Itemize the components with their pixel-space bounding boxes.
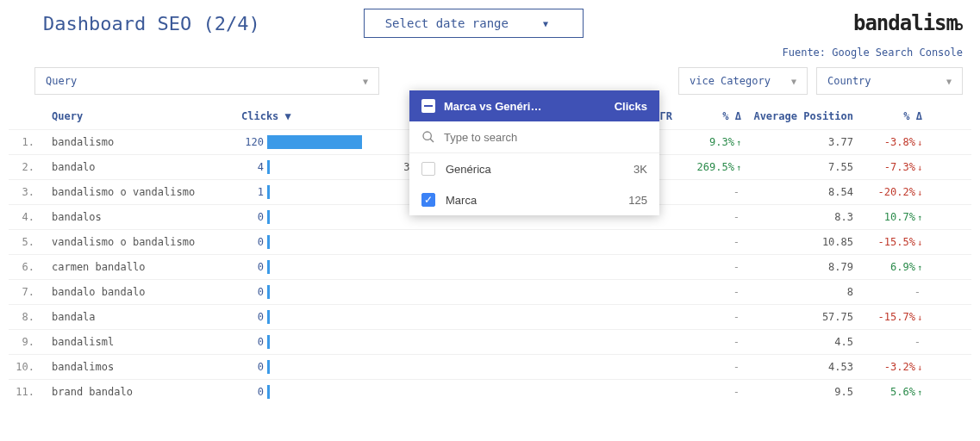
- row-clicks: 0: [241, 235, 396, 249]
- clicks-bar: [267, 235, 270, 249]
- row-avg-position-delta: -: [853, 286, 922, 298]
- row-ctr-delta: 269.5%↑: [672, 161, 741, 173]
- date-range-label: Select date range: [385, 16, 509, 30]
- row-index: 5.: [9, 236, 43, 248]
- header-query[interactable]: Query: [43, 110, 241, 122]
- clicks-bar: [267, 135, 362, 149]
- header-clicks[interactable]: Clicks ▼: [241, 110, 310, 122]
- svg-line-2: [430, 139, 434, 142]
- checkbox-checked-icon[interactable]: ✓: [421, 193, 435, 207]
- filter-country[interactable]: Country ▼: [816, 67, 963, 95]
- filter-device-category[interactable]: vice Category ▼: [678, 67, 808, 95]
- row-ctr-delta: -: [672, 386, 741, 398]
- row-index: 4.: [9, 211, 43, 223]
- popup-item-label: Marca: [446, 194, 618, 207]
- row-clicks: 0: [241, 260, 396, 274]
- svg-point-1: [423, 132, 431, 140]
- row-query: bandalo: [43, 161, 241, 173]
- row-avg-position-delta: -15.7%↓: [853, 311, 922, 323]
- row-avg-position: 8.54: [741, 186, 853, 198]
- row-clicks: 0: [241, 310, 396, 324]
- popup-item-label: Genérica: [446, 163, 623, 176]
- clicks-bar: [267, 360, 270, 374]
- row-avg-position-delta: 10.7%↑: [853, 211, 922, 223]
- table-row[interactable]: 8.bandala0-57.75-15.7%↓: [9, 304, 971, 329]
- popup-header: Marca vs Genéri… Clicks: [409, 90, 659, 121]
- row-clicks: 0: [241, 385, 396, 399]
- row-avg-position-delta: 6.9%↑: [853, 261, 922, 273]
- row-index: 1.: [9, 136, 43, 148]
- row-clicks: 0: [241, 285, 396, 299]
- indeterminate-checkbox-icon[interactable]: [421, 99, 435, 113]
- row-avg-position: 4.5: [741, 336, 853, 348]
- row-index: 7.: [9, 286, 43, 298]
- row-index: 11.: [9, 386, 43, 398]
- popup-title: Marca vs Genéri…: [444, 100, 606, 113]
- row-avg-position: 57.75: [741, 311, 853, 323]
- header-avg-position-delta[interactable]: % Δ: [853, 110, 922, 122]
- table-row[interactable]: 7.bandalo bandalo0-8-: [9, 279, 971, 304]
- row-avg-position: 9.5: [741, 386, 853, 398]
- header-avg-position[interactable]: Average Position: [741, 110, 853, 122]
- row-ctr-delta: -: [672, 261, 741, 273]
- svg-rect-0: [424, 105, 433, 107]
- clicks-bar: [267, 310, 270, 324]
- row-avg-position: 8.3: [741, 211, 853, 223]
- row-clicks: 0: [241, 335, 396, 349]
- row-query: bandalos: [43, 211, 241, 223]
- row-avg-position: 4.53: [741, 361, 853, 373]
- table-row[interactable]: 6.carmen bandallo0-8.796.9%↑: [9, 254, 971, 279]
- clicks-bar: [267, 335, 270, 349]
- row-avg-position-delta: -3.8%↓: [853, 136, 922, 148]
- filter-country-label: Country: [827, 75, 871, 87]
- table-row[interactable]: 5.vandalismo o bandalismo0-10.85-15.5%↓: [9, 229, 971, 254]
- row-ctr-delta: -: [672, 211, 741, 223]
- chevron-down-icon: ▼: [946, 77, 952, 86]
- popup-search-row: [409, 121, 659, 153]
- chevron-down-icon: ▼: [791, 77, 796, 86]
- row-query: bandalismo: [43, 136, 241, 148]
- logo-dot-icon: [956, 23, 963, 30]
- brand-logo: bandalism: [853, 11, 963, 35]
- row-index: 9.: [9, 336, 43, 348]
- row-avg-position: 10.85: [741, 236, 853, 248]
- row-query: carmen bandallo: [43, 261, 241, 273]
- row-index: 10.: [9, 361, 43, 373]
- popup-metric-label: Clicks: [615, 100, 647, 113]
- row-ctr-delta: -: [672, 361, 741, 373]
- popup-item-count: 3K: [634, 163, 647, 176]
- filter-popup: Marca vs Genéri… Clicks Genérica3K✓Marca…: [409, 90, 659, 215]
- row-ctr-delta: -: [672, 286, 741, 298]
- row-avg-position-delta: -: [853, 336, 922, 348]
- row-ctr-delta: -: [672, 336, 741, 348]
- table-row[interactable]: 11.brand bandalo0-9.55.6%↑: [9, 379, 971, 404]
- clicks-bar: [267, 210, 270, 224]
- row-avg-position-delta: -20.2%↓: [853, 186, 922, 198]
- popup-search-input[interactable]: [444, 131, 647, 144]
- table-row[interactable]: 9.bandalisml0-4.5-: [9, 329, 971, 354]
- clicks-bar: [267, 385, 270, 399]
- filter-query[interactable]: Query ▼: [34, 67, 379, 95]
- row-clicks: 4: [241, 160, 396, 174]
- row-query: bandalimos: [43, 361, 241, 373]
- row-clicks: 0: [241, 210, 396, 224]
- popup-filter-item[interactable]: ✓Marca125: [409, 184, 659, 215]
- chevron-down-icon: ▼: [363, 77, 368, 86]
- header-ctr-delta[interactable]: % Δ: [672, 110, 741, 122]
- row-ctr-delta: 9.3%↑: [672, 136, 741, 148]
- row-query: brand bandalo: [43, 386, 241, 398]
- data-source-label: Fuente: Google Search Console: [0, 42, 980, 67]
- filter-device-label: vice Category: [690, 75, 771, 87]
- row-query: bandala: [43, 311, 241, 323]
- date-range-select[interactable]: Select date range ▼: [364, 9, 584, 38]
- row-avg-position: 7.55: [741, 161, 853, 173]
- row-index: 8.: [9, 311, 43, 323]
- row-avg-position-delta: -3.2%↓: [853, 361, 922, 373]
- clicks-bar: [267, 260, 270, 274]
- popup-filter-item[interactable]: Genérica3K: [409, 153, 659, 184]
- row-clicks: 120: [241, 135, 396, 149]
- row-index: 2.: [9, 161, 43, 173]
- row-index: 6.: [9, 261, 43, 273]
- checkbox-unchecked-icon[interactable]: [421, 162, 435, 176]
- table-row[interactable]: 10.bandalimos0-4.53-3.2%↓: [9, 354, 971, 379]
